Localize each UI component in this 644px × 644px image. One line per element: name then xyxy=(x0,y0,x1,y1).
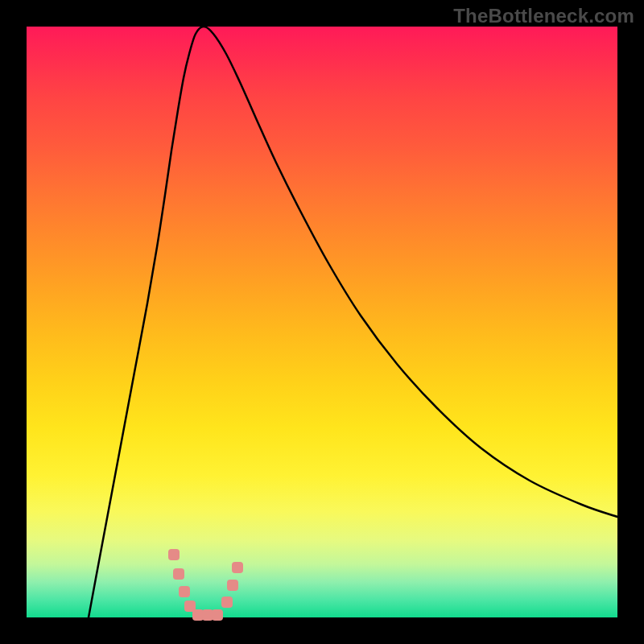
watermark-text: TheBottleneck.com xyxy=(453,5,634,27)
highlight-marker xyxy=(202,609,213,621)
highlight-marker xyxy=(227,580,238,591)
highlight-marker xyxy=(221,597,233,608)
highlight-marker xyxy=(168,549,180,560)
plot-area xyxy=(27,27,617,617)
highlight-marker xyxy=(232,562,243,573)
highlight-marker xyxy=(212,609,223,621)
highlight-marker xyxy=(173,568,184,580)
highlight-marker xyxy=(179,586,190,597)
chart-frame: TheBottleneck.com xyxy=(0,0,644,644)
highlight-marker xyxy=(192,609,204,621)
highlight-markers xyxy=(168,549,243,621)
curve-svg xyxy=(27,27,617,617)
bottleneck-curve xyxy=(89,27,617,617)
